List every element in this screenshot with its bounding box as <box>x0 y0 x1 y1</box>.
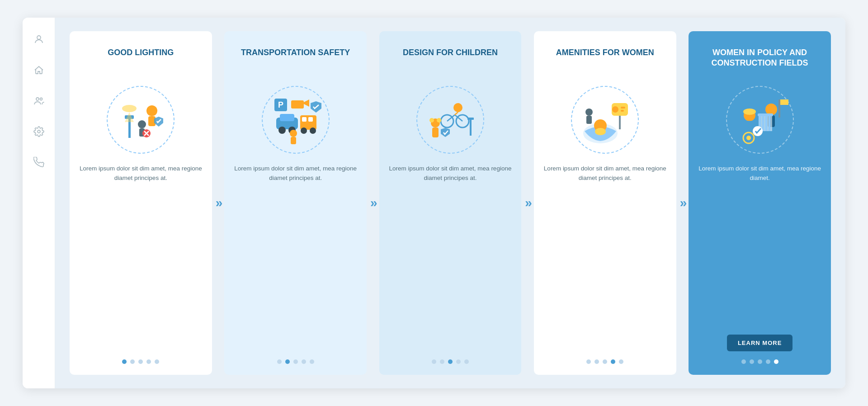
dot-1[interactable] <box>285 359 290 364</box>
svg-rect-65 <box>765 115 767 131</box>
svg-rect-20 <box>280 114 294 121</box>
arrow-4: » <box>680 196 685 210</box>
svg-rect-39 <box>432 127 439 137</box>
svg-rect-51 <box>586 116 592 124</box>
svg-point-6 <box>122 105 137 112</box>
card-dots-good-lighting <box>122 359 159 364</box>
card-title-transportation: TRANSPORTATION SAFETY <box>241 46 350 76</box>
illustration-children <box>414 84 486 156</box>
svg-line-35 <box>455 112 458 115</box>
card-good-lighting: GOOD LIGHTING <box>70 31 212 375</box>
svg-rect-64 <box>762 115 764 131</box>
card-title-children: DESIGN FOR CHILDREN <box>403 46 498 76</box>
dot-3[interactable] <box>302 359 306 364</box>
svg-rect-48 <box>621 110 624 112</box>
svg-rect-40 <box>470 118 472 136</box>
dot-0[interactable] <box>122 359 127 364</box>
card-text-amenities: Lorem ipsum dolor sit dim amet, mea regi… <box>543 164 667 351</box>
card-title-good-lighting: GOOD LIGHTING <box>108 46 174 76</box>
dot-2[interactable] <box>448 359 453 364</box>
svg-marker-18 <box>304 99 309 107</box>
dot-0[interactable] <box>586 359 591 364</box>
svg-point-8 <box>146 105 157 116</box>
svg-point-26 <box>301 127 307 134</box>
svg-rect-67 <box>758 113 773 116</box>
svg-point-10 <box>138 120 146 128</box>
svg-rect-54 <box>746 110 753 113</box>
dot-3[interactable] <box>456 359 461 364</box>
svg-point-21 <box>278 127 286 134</box>
card-text-policy: Lorem ipsum dolor sit dim amet, mea regi… <box>698 164 822 329</box>
dot-3[interactable] <box>766 359 770 364</box>
dot-0[interactable] <box>741 359 746 364</box>
dot-4[interactable] <box>464 359 469 364</box>
people-icon[interactable] <box>32 94 46 108</box>
card-transportation-safety: TRANSPORTATION SAFETY P <box>224 31 367 375</box>
gear-icon[interactable] <box>32 124 46 139</box>
svg-rect-66 <box>769 115 770 131</box>
svg-point-28 <box>290 130 297 137</box>
svg-rect-47 <box>621 107 625 109</box>
cards-container: GOOD LIGHTING <box>55 18 845 388</box>
card-dots-children <box>432 359 469 364</box>
illustration-policy <box>724 84 796 156</box>
svg-point-1 <box>36 98 39 100</box>
card-text-good-lighting: Lorem ipsum dolor sit dim amet, mea regi… <box>79 164 203 351</box>
arrow-1: » <box>216 196 221 210</box>
svg-point-2 <box>40 98 42 100</box>
dot-4[interactable] <box>310 359 314 364</box>
svg-rect-25 <box>308 117 313 122</box>
arrow-3: » <box>525 196 530 210</box>
dot-2[interactable] <box>138 359 143 364</box>
dot-3[interactable] <box>611 359 615 364</box>
svg-point-57 <box>746 136 751 140</box>
dot-0[interactable] <box>277 359 282 364</box>
svg-rect-60 <box>778 99 780 118</box>
svg-rect-24 <box>302 117 307 122</box>
svg-point-37 <box>429 118 434 123</box>
sidebar <box>23 18 55 388</box>
dot-1[interactable] <box>594 359 599 364</box>
card-amenities-women: AMENITIES FOR WOMEN <box>534 31 676 375</box>
svg-rect-49 <box>619 116 621 129</box>
card-title-policy: WOMEN IN POLICY AND CONSTRUCTION FIELDS <box>698 46 822 76</box>
phone-icon[interactable] <box>32 155 46 170</box>
illustration-transport: P <box>259 84 332 156</box>
svg-point-44 <box>595 128 606 135</box>
svg-rect-29 <box>291 137 296 144</box>
svg-point-30 <box>453 103 462 112</box>
card-dots-amenities <box>586 359 623 364</box>
dot-2[interactable] <box>293 359 298 364</box>
home-icon[interactable] <box>32 63 46 77</box>
dot-1[interactable] <box>750 359 754 364</box>
dot-2[interactable] <box>758 359 762 364</box>
learn-more-button[interactable]: LEARN MORE <box>727 335 793 351</box>
card-design-children: DESIGN FOR CHILDREN <box>379 31 522 375</box>
card-dots-policy <box>741 359 778 364</box>
dot-4[interactable] <box>774 359 778 364</box>
user-icon[interactable] <box>32 32 46 47</box>
svg-rect-41 <box>467 118 474 120</box>
dot-0[interactable] <box>432 359 436 364</box>
svg-point-27 <box>310 127 316 134</box>
dot-1[interactable] <box>130 359 135 364</box>
svg-point-50 <box>585 109 593 116</box>
svg-point-38 <box>437 118 441 123</box>
card-title-amenities: AMENITIES FOR WOMEN <box>556 46 654 76</box>
svg-text:P: P <box>278 100 283 109</box>
card-text-transportation: Lorem ipsum dolor sit dim amet, mea regi… <box>233 164 358 351</box>
dot-4[interactable] <box>619 359 623 364</box>
card-women-policy: WOMEN IN POLICY AND CONSTRUCTION FIELDS <box>689 31 831 375</box>
dot-3[interactable] <box>146 359 151 364</box>
illustration-amenities <box>569 84 641 156</box>
card-dots-transportation <box>277 359 314 364</box>
svg-point-3 <box>38 130 40 133</box>
svg-rect-17 <box>291 100 304 109</box>
dot-1[interactable] <box>440 359 444 364</box>
svg-rect-61 <box>780 99 788 105</box>
card-text-children: Lorem ipsum dolor sit dim amet, mea regi… <box>388 164 513 351</box>
dot-4[interactable] <box>155 359 159 364</box>
illustration-lighting <box>104 84 177 156</box>
svg-point-46 <box>612 106 618 113</box>
dot-2[interactable] <box>603 359 607 364</box>
